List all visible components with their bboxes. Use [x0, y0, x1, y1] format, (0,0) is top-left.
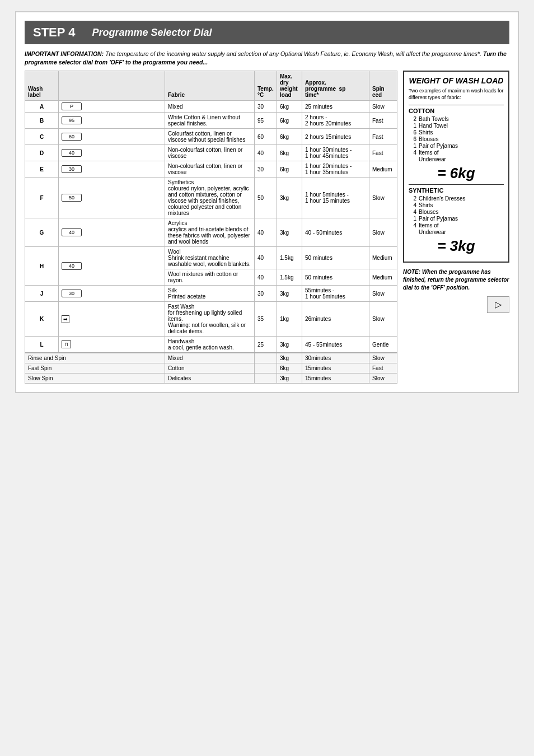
table-row: C 60 Colourfast cotton, linen or viscose…: [25, 129, 397, 145]
special-temp-rinse: [255, 353, 277, 363]
list-item: 4Items of: [409, 222, 504, 228]
weight-K: 1kg: [277, 302, 302, 337]
wash-table: Washlabel Fabric Temp.°C Max.dryweightlo…: [25, 71, 397, 384]
temp-L: 25: [255, 337, 277, 353]
symbol-icon-J: 30: [62, 290, 82, 297]
list-item: Underwear: [409, 156, 504, 162]
important-info: IMPORTANT INFORMATION: The temperature o…: [25, 50, 509, 66]
step-label: STEP 4: [33, 25, 75, 40]
item-num: 1: [409, 143, 416, 149]
weight-C: 6kg: [277, 129, 302, 145]
wash-label-D: D: [25, 145, 59, 161]
weight-A: 6kg: [277, 101, 302, 113]
fabric-H1: WoolShrink resistant machine washable wo…: [165, 247, 255, 269]
wash-label-G: G: [25, 218, 59, 247]
table-row: K ➡ Fast Washfor freshening up lightly s…: [25, 302, 397, 337]
list-item: Underwear: [409, 229, 504, 235]
special-fabric-rinse: Mixed: [165, 353, 255, 363]
symbol-K: ➡: [59, 302, 165, 337]
item-name: Bath Towels: [419, 116, 449, 122]
special-label-rinse: Rinse and Spin: [25, 353, 165, 363]
list-item: 6Blouses: [409, 136, 504, 142]
time-H2: 50 minutes: [302, 269, 369, 286]
wash-label-C: C: [25, 129, 59, 145]
col-temp: Temp.°C: [255, 71, 277, 101]
time-H1: 50 minutes: [302, 247, 369, 269]
fabric-K: Fast Washfor freshening up lightly soile…: [165, 302, 255, 337]
wash-label-A: A: [25, 101, 59, 113]
weight-H1: 1.5kg: [277, 247, 302, 269]
symbol-L: ⊓: [59, 337, 165, 353]
temp-G: 40: [255, 218, 277, 247]
special-spin-slowspin: Slow: [369, 374, 397, 384]
weight-B: 6kg: [277, 113, 302, 129]
temp-E: 30: [255, 161, 277, 178]
table-row: G 40 Acrylicsacrylics and tri-acetate bl…: [25, 218, 397, 247]
item-name: Hand Towel: [419, 123, 448, 129]
time-G: 40 - 50minutes: [302, 218, 369, 247]
weight-H2: 1.5kg: [277, 269, 302, 286]
page-header: STEP 4 Programme Selector Dial: [25, 21, 509, 44]
important-label: IMPORTANT INFORMATION:: [25, 50, 104, 57]
table-row: D 40 Non-colourfast cotton, linen or vis…: [25, 145, 397, 161]
table-row-slowspin: Slow Spin Delicates 3kg 15minutes Slow: [25, 374, 397, 384]
item-num: 1: [409, 216, 416, 222]
item-name: Items of: [419, 222, 439, 228]
list-item: 2Bath Towels: [409, 116, 504, 122]
wash-label-B: B: [25, 113, 59, 129]
table-row: F 50 Syntheticscoloured nylon, polyester…: [25, 178, 397, 218]
spin-E: Medium: [369, 161, 397, 178]
symbol-icon-D: 40: [62, 149, 82, 157]
special-temp-slowspin: [255, 374, 277, 384]
table-row-rinse: Rinse and Spin Mixed 3kg 30minutes Slow: [25, 353, 397, 363]
item-name: Items of: [419, 150, 439, 156]
special-weight-fastspin: 6kg: [277, 363, 302, 374]
symbol-J: 30: [59, 286, 165, 302]
table-row: J 30 SilkPrinted acetate 30 3kg 55minute…: [25, 286, 397, 302]
spin-D: Fast: [369, 145, 397, 161]
temp-H2: 40: [255, 269, 277, 286]
symbol-A: P: [59, 101, 165, 113]
symbol-icon-A: P: [62, 102, 82, 110]
item-num: 2: [409, 116, 416, 122]
spin-A: Slow: [369, 101, 397, 113]
symbol-icon-H: 40: [62, 262, 82, 270]
special-time-fastspin: 15minutes: [302, 363, 369, 374]
symbol-H: 40: [59, 247, 165, 286]
item-name: Pair of Pyjamas: [419, 143, 458, 149]
weight-title: WEIGHT OF WASH LOAD: [409, 76, 504, 86]
temp-F: 50: [255, 178, 277, 218]
list-item: 1Hand Towel: [409, 123, 504, 129]
fabric-J: SilkPrinted acetate: [165, 286, 255, 302]
item-name: Pair of Pyjamas: [419, 216, 458, 222]
symbol-icon-C: 60: [62, 133, 82, 141]
list-item: 4Shirts: [409, 202, 504, 208]
next-page-button[interactable]: ▷: [487, 296, 509, 313]
symbol-icon-F: 50: [62, 194, 82, 202]
item-name: Shirts: [419, 129, 433, 136]
wash-label-F: F: [25, 178, 59, 218]
symbol-B: 95: [59, 113, 165, 129]
table-row: A P Mixed 30 6kg 25 minutes Slow: [25, 101, 397, 113]
cotton-title: COTTON: [409, 105, 504, 114]
time-E: 1 hour 20minutes -1 hour 35minutes: [302, 161, 369, 178]
list-item: 1Pair of Pyjamas: [409, 216, 504, 222]
spin-L: Gentle: [369, 337, 397, 353]
wash-label-J: J: [25, 286, 59, 302]
col-symbol: [59, 71, 165, 101]
item-name: Underwear: [419, 156, 446, 162]
list-item: 2Children's Dresses: [409, 195, 504, 202]
symbol-C: 60: [59, 129, 165, 145]
special-fabric-slowspin: Delicates: [165, 374, 255, 384]
special-weight-rinse: 3kg: [277, 353, 302, 363]
temp-H1: 40: [255, 247, 277, 269]
table-row: B 95 White Cotton & Linen without specia…: [25, 113, 397, 129]
col-spin: Spineed: [369, 71, 397, 101]
symbol-G: 40: [59, 218, 165, 247]
spin-G: Slow: [369, 218, 397, 247]
special-spin-fastspin: Fast: [369, 363, 397, 374]
item-num: [409, 229, 416, 235]
spin-H2: Medium: [369, 269, 397, 286]
temp-J: 30: [255, 286, 277, 302]
time-B: 2 hours -2 hours 20minutes: [302, 113, 369, 129]
